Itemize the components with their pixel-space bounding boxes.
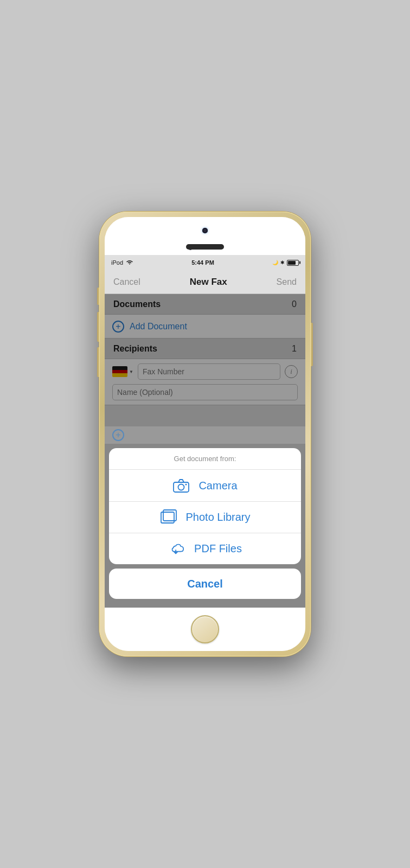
mute-switch[interactable] [97,288,99,305]
navigation-bar: Cancel New Fax Send [105,270,305,294]
screen: iPod 5:44 PM 🌙 ✱ [105,255,305,608]
moon-icon: 🌙 [272,260,278,265]
action-sheet-group: Get document from: [109,448,301,564]
phone-frame: iPod 5:44 PM 🌙 ✱ [105,217,305,651]
volume-up-button[interactable] [97,312,99,342]
camera-icon [172,477,190,494]
power-button[interactable] [311,323,313,366]
pdf-files-label: PDF Files [194,542,242,555]
wifi-icon [126,259,133,266]
pdf-files-action-item[interactable]: PDF Files [109,533,301,564]
cancel-nav-button[interactable]: Cancel [113,277,140,287]
camera-action-item[interactable]: Camera [109,470,301,501]
photo-library-label: Photo Library [186,511,251,524]
partial-add-doc-row: + [105,426,305,444]
volume-down-button[interactable] [97,347,99,377]
phone-bottom-bar [105,608,305,651]
photo-library-action-item[interactable]: Photo Library [109,501,301,533]
action-sheet-overlay: + Get document from: [105,294,305,608]
phone-device: iPod 5:44 PM 🌙 ✱ [99,212,311,656]
earpiece-speaker [186,244,224,250]
home-button[interactable] [191,615,219,643]
page-title: New Fax [190,277,227,288]
action-sheet-cancel-label: Cancel [187,578,223,590]
camera-label: Camera [198,480,237,492]
front-camera [202,228,208,233]
status-bar: iPod 5:44 PM 🌙 ✱ [105,255,305,270]
clock: 5:44 PM [191,259,214,266]
send-nav-button[interactable]: Send [277,277,297,287]
svg-point-1 [178,484,184,490]
partial-add-icon: + [112,429,124,441]
battery-icon [287,260,299,266]
action-sheet-cancel-group: Cancel [109,569,301,599]
bluetooth-icon: ✱ [280,260,285,265]
cloud-icon [168,540,185,557]
phone-top-area [105,217,305,255]
svg-point-2 [185,484,187,486]
action-sheet-title: Get document from: [109,448,301,470]
action-sheet: Get document from: [105,444,305,608]
form-area: Documents 0 + Add Document Recipients 1 [105,294,305,608]
photos-icon [160,509,177,525]
action-sheet-cancel-button[interactable]: Cancel [109,569,301,599]
carrier-label: iPod [111,259,123,266]
